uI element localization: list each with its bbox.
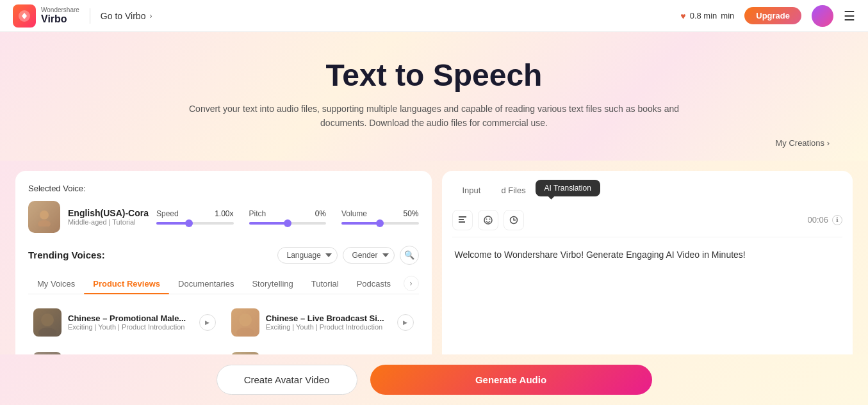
voice-controls: Speed 1.00x Pitch 0% (156, 209, 419, 225)
selected-voice-avatar-img (28, 201, 60, 233)
svg-point-24 (489, 218, 490, 219)
svg-rect-20 (459, 219, 464, 220)
volume-value: 50% (403, 209, 418, 218)
svg-point-2 (38, 220, 51, 226)
selected-voice-meta: Middle-aged | Tutorial (68, 218, 149, 226)
voice-item-tags: Exciting | Youth | Product Introduction (68, 323, 193, 331)
tab-my-voices[interactable]: My Voices (28, 274, 84, 294)
credits-badge: ♥ 0.8 min min (680, 11, 734, 21)
tab-storytelling[interactable]: Storytelling (243, 274, 302, 294)
tab-input[interactable]: Input (452, 181, 491, 200)
header-right: ♥ 0.8 min min Upgrade ☰ (680, 5, 855, 27)
hero-section: Text to Speech Convert your text into au… (0, 32, 868, 161)
selected-voice-label: Selected Voice: (28, 184, 419, 193)
chevron-right-icon: › (149, 12, 152, 20)
voice-tabs: My Voices Product Reviews Documentaries … (28, 274, 419, 294)
heart-icon: ♥ (680, 11, 685, 21)
emoji-button[interactable] (478, 210, 498, 230)
selected-voice-avatar (28, 201, 60, 233)
logo-product: Virbo (41, 13, 79, 25)
tab-tutorial[interactable]: Tutorial (302, 274, 348, 294)
svg-point-6 (236, 328, 254, 337)
voice-play-button[interactable]: ▶ (397, 314, 414, 331)
svg-point-1 (40, 210, 49, 219)
svg-point-23 (486, 218, 487, 219)
time-value: 00:06 (807, 215, 828, 225)
speed-control: Speed 1.00x (156, 209, 234, 225)
upgrade-button[interactable]: Upgrade (744, 7, 801, 24)
voice-item-avatar (231, 308, 259, 337)
selected-voice-info: English(USA)-Cora Middle-aged | Tutorial (68, 208, 149, 226)
go-to-virbo-link[interactable]: Go to Virbo › (101, 11, 152, 21)
voice-item-info: Chinese – Promotional Male... Exciting |… (68, 314, 193, 331)
speed-slider-track[interactable] (156, 222, 234, 225)
hero-subtitle: Convert your text into audio files, supp… (178, 102, 691, 131)
editor-toolbar: 00:06 ℹ (452, 210, 843, 237)
my-creations-link[interactable]: My Creations › (13, 138, 855, 148)
volume-label: Volume (341, 209, 367, 218)
volume-slider-thumb (376, 219, 384, 227)
header: Wondershare Virbo Go to Virbo › ♥ 0.8 mi… (0, 0, 868, 32)
tab-product-reviews[interactable]: Product Reviews (84, 274, 169, 294)
svg-rect-21 (459, 221, 465, 223)
logo-icon (13, 4, 36, 28)
volume-slider-fill (341, 222, 380, 225)
user-avatar[interactable] (812, 5, 833, 27)
pitch-slider-fill (249, 222, 288, 225)
pitch-slider-track[interactable] (249, 222, 327, 225)
text-format-button[interactable] (452, 210, 473, 230)
create-avatar-button[interactable]: Create Avatar Video (217, 365, 357, 395)
pitch-slider-thumb (284, 219, 291, 227)
generate-audio-button[interactable]: Generate Audio (370, 365, 652, 395)
logo-text: Wondershare Virbo (41, 6, 79, 25)
pitch-label: Pitch (249, 209, 266, 218)
svg-point-4 (38, 328, 56, 337)
voice-item-name: Chinese – Live Broadcast Si... (266, 314, 391, 323)
svg-point-5 (239, 314, 252, 326)
trending-title: Trending Voices: (28, 250, 105, 260)
speed-slider-fill (156, 222, 189, 225)
selected-voice-name: English(USA)-Cora (68, 208, 149, 218)
svg-point-3 (41, 314, 54, 326)
volume-slider-track[interactable] (341, 222, 419, 225)
voice-item-info: Chinese – Live Broadcast Si... Exciting … (266, 314, 391, 331)
search-button[interactable]: 🔍 (400, 246, 419, 265)
tab-documentaries[interactable]: Documentaries (169, 274, 243, 294)
hamburger-menu-icon[interactable]: ☰ (844, 8, 855, 24)
logo: Wondershare Virbo (13, 4, 79, 28)
svg-point-22 (484, 216, 492, 224)
voice-play-button[interactable]: ▶ (199, 314, 216, 331)
header-divider (90, 8, 90, 24)
credits-label: min (721, 11, 734, 20)
bottom-bar: Create Avatar Video Generate Audio (0, 354, 868, 405)
voice-selector: English(USA)-Cora Middle-aged | Tutorial… (28, 201, 419, 233)
time-info-icon: ℹ (832, 215, 842, 225)
voice-item[interactable]: Chinese – Live Broadcast Si... Exciting … (226, 303, 419, 342)
ai-translation-badge: AI Translation (536, 180, 600, 196)
pitch-value: 0% (315, 209, 326, 218)
voice-item[interactable]: Chinese – Promotional Male... Exciting |… (28, 303, 221, 342)
speed-value: 1.00x (215, 209, 233, 218)
right-tabs: Input AI Translation d Files (452, 181, 843, 200)
filter-controls: Language Gender 🔍 (277, 246, 419, 265)
page-title: Text to Speech (13, 58, 855, 93)
logo-brand: Wondershare (41, 6, 79, 13)
editor-content[interactable]: Welcome to Wondershare Virbo! Generate E… (452, 245, 843, 264)
voice-item-name: Chinese – Promotional Male... (68, 314, 193, 323)
pitch-control: Pitch 0% (249, 209, 327, 225)
tab-uploaded-files[interactable]: d Files (491, 181, 536, 200)
gender-filter[interactable]: Gender (343, 247, 395, 264)
tab-podcasts[interactable]: Podcasts (348, 274, 400, 294)
voice-item-tags: Exciting | Youth | Product Introduction (266, 323, 391, 331)
svg-rect-19 (459, 216, 466, 218)
time-display: 00:06 ℹ (807, 215, 842, 225)
speed-label: Speed (156, 209, 179, 218)
volume-control: Volume 50% (341, 209, 419, 225)
language-filter[interactable]: Language (277, 247, 338, 264)
trending-header: Trending Voices: Language Gender 🔍 (28, 246, 419, 265)
tabs-next-arrow[interactable]: › (404, 276, 419, 291)
history-button[interactable] (504, 210, 524, 230)
toolbar-icons (452, 210, 524, 230)
speed-slider-thumb (185, 219, 193, 227)
voice-item-avatar (33, 308, 61, 337)
